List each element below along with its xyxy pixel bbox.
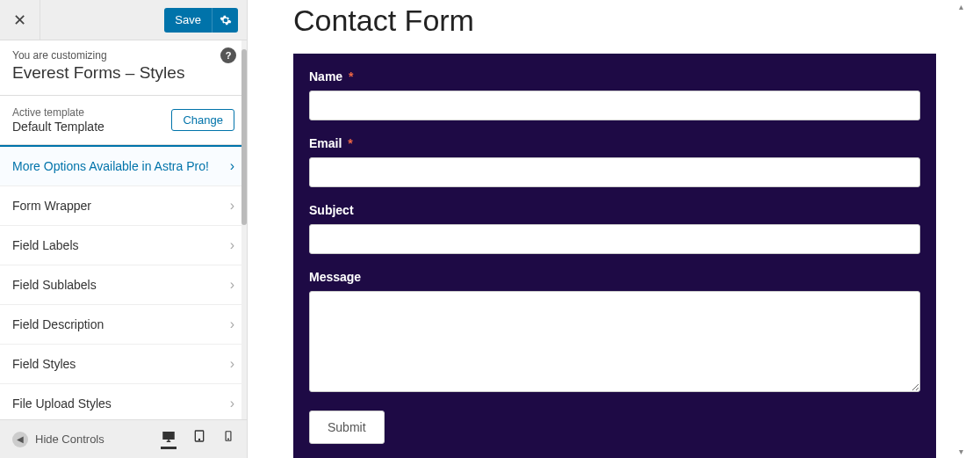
field-name: Name * (309, 69, 920, 120)
email-input[interactable] (309, 157, 920, 187)
required-indicator: * (348, 136, 352, 150)
field-label-email: Email * (309, 136, 920, 150)
field-email: Email * (309, 136, 920, 187)
change-template-button[interactable]: Change (171, 109, 234, 131)
section-item-label: Field Description (12, 317, 104, 331)
active-template-row: Active template Default Template Change (0, 96, 247, 145)
label-text: Email (309, 136, 342, 150)
section-item-field-sublabels[interactable]: Field Sublabels › (0, 265, 247, 305)
template-value: Default Template (12, 120, 104, 134)
page-title: Contact Form (293, 4, 936, 38)
scroll-up-icon[interactable]: ▴ (959, 2, 963, 11)
field-label-subject: Subject (309, 203, 920, 217)
field-label-name: Name * (309, 69, 920, 84)
customizer-sidebar: ✕ Save You are customizing Everest Forms… (0, 0, 248, 458)
subject-input[interactable] (309, 224, 920, 254)
chevron-right-icon: › (230, 396, 234, 411)
section-item-label: Field Styles (12, 357, 76, 371)
customizing-label: You are customizing (12, 49, 234, 62)
collapse-icon: ◀ (12, 432, 28, 447)
save-button[interactable]: Save (164, 8, 212, 33)
section-item-label: Field Sublabels (12, 278, 97, 292)
sidebar-footer: ◀ Hide Controls (0, 419, 247, 458)
section-item-label: Field Labels (12, 238, 79, 252)
close-button[interactable]: ✕ (0, 0, 40, 40)
contact-form: Name * Email * Subject Message Submit (293, 54, 936, 458)
label-text: Message (309, 270, 361, 284)
chevron-right-icon: › (230, 277, 234, 293)
close-icon: ✕ (13, 11, 26, 30)
hide-controls-label: Hide Controls (35, 433, 104, 446)
scrollbar-thumb[interactable] (241, 49, 247, 225)
tablet-icon[interactable] (192, 429, 206, 449)
section-item-label: Form Wrapper (12, 199, 91, 213)
field-message: Message (309, 270, 920, 395)
chevron-right-icon: › (230, 316, 234, 332)
hide-controls-button[interactable]: ◀ Hide Controls (12, 432, 104, 447)
desktop-icon[interactable] (161, 429, 177, 449)
save-group: Save (164, 8, 238, 33)
message-input[interactable] (309, 291, 920, 392)
svg-point-1 (198, 439, 199, 440)
section-item-field-labels[interactable]: Field Labels › (0, 226, 247, 265)
sidebar-scrollbar[interactable] (241, 40, 247, 419)
section-item-field-description[interactable]: Field Description › (0, 305, 247, 345)
preview-pane: Contact Form Name * Email * Subject Mes (248, 0, 980, 458)
gear-icon (220, 14, 232, 26)
label-text: Subject (309, 203, 354, 217)
submit-button[interactable]: Submit (309, 411, 385, 444)
help-icon[interactable]: ? (220, 47, 236, 63)
field-subject: Subject (309, 203, 920, 254)
section-item-label: More Options Available in Astra Pro! (12, 159, 209, 173)
chevron-right-icon: › (230, 158, 234, 174)
required-indicator: * (349, 69, 353, 84)
label-text: Name (309, 69, 342, 84)
chevron-right-icon: › (230, 198, 234, 214)
section-item-file-upload-styles[interactable]: File Upload Styles › (0, 384, 247, 419)
section-item-field-styles[interactable]: Field Styles › (0, 345, 247, 384)
svg-point-3 (228, 439, 229, 440)
preview-scrollbar[interactable]: ▴ ▾ (955, 0, 966, 458)
section-item-label: File Upload Styles (12, 396, 112, 411)
field-label-message: Message (309, 270, 920, 284)
section-item-astra-pro[interactable]: More Options Available in Astra Pro! › (0, 147, 247, 186)
panel-header: You are customizing Everest Forms – Styl… (0, 40, 247, 96)
template-label: Active template (12, 106, 104, 119)
panel-title: Everest Forms – Styles (12, 63, 234, 83)
mobile-icon[interactable] (222, 429, 234, 449)
sidebar-top-bar: ✕ Save (0, 0, 247, 40)
section-list: More Options Available in Astra Pro! › F… (0, 145, 247, 419)
section-item-form-wrapper[interactable]: Form Wrapper › (0, 186, 247, 226)
name-input[interactable] (309, 91, 920, 120)
device-preview-toggle (161, 429, 234, 449)
save-settings-button[interactable] (212, 8, 238, 33)
chevron-right-icon: › (230, 237, 234, 253)
scroll-down-icon[interactable]: ▾ (959, 447, 963, 456)
chevron-right-icon: › (230, 356, 234, 372)
